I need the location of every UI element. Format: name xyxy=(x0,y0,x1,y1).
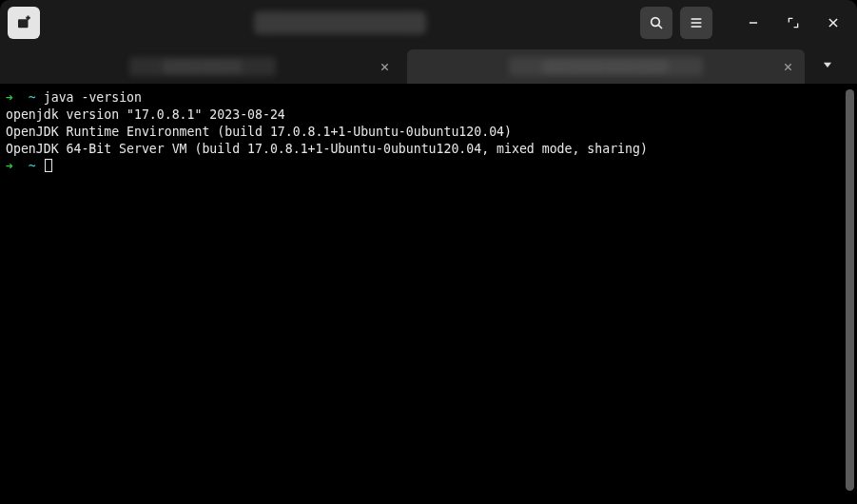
prompt-arrow: ➜ xyxy=(6,90,13,105)
minimize-button[interactable] xyxy=(737,7,769,39)
titlebar: ██████████████ xyxy=(0,0,857,46)
search-button[interactable] xyxy=(640,7,672,39)
scrollbar-thumb[interactable] xyxy=(846,89,854,491)
tab-2[interactable]: ████████████████ xyxy=(407,49,805,84)
menu-button[interactable] xyxy=(680,7,712,39)
tab-2-close[interactable] xyxy=(778,57,797,76)
new-tab-button[interactable] xyxy=(8,7,40,39)
terminal-viewport[interactable]: ➜ ~ java -version openjdk version "17.0.… xyxy=(0,84,857,504)
maximize-icon xyxy=(787,16,800,29)
tabbar: ██████████ ████████████████ xyxy=(0,46,857,84)
close-icon xyxy=(783,62,793,72)
close-icon xyxy=(380,62,390,72)
hamburger-icon xyxy=(689,15,704,30)
chevron-down-icon xyxy=(821,58,834,71)
tab-1-label: ██████████ xyxy=(129,57,276,76)
prompt-arrow: ➜ xyxy=(6,159,13,173)
prompt-dir: ~ xyxy=(29,159,36,173)
search-icon xyxy=(649,15,664,30)
tab-2-label: ████████████████ xyxy=(509,57,703,76)
svg-marker-15 xyxy=(824,63,831,68)
close-button[interactable] xyxy=(817,7,849,39)
scrollbar[interactable] xyxy=(846,89,854,491)
terminal-content: ➜ ~ java -version openjdk version "17.0.… xyxy=(6,89,857,175)
tab-dropdown-button[interactable] xyxy=(810,46,845,84)
tab-1-close[interactable] xyxy=(375,57,394,76)
command-text: java -version xyxy=(44,90,142,105)
svg-rect-0 xyxy=(18,19,29,28)
output-line: OpenJDK Runtime Environment (build 17.0.… xyxy=(6,125,512,139)
new-tab-icon xyxy=(15,14,32,31)
svg-point-3 xyxy=(652,18,660,27)
window-title: ██████████████ xyxy=(254,11,425,34)
prompt-dir: ~ xyxy=(29,90,36,105)
output-line: openjdk version "17.0.8.1" 2023-08-24 xyxy=(6,107,285,122)
close-icon xyxy=(827,16,840,29)
maximize-button[interactable] xyxy=(777,7,809,39)
svg-line-4 xyxy=(658,25,662,29)
cursor xyxy=(45,159,52,172)
minimize-icon xyxy=(747,16,760,29)
tab-1[interactable]: ██████████ xyxy=(4,49,401,84)
terminal-window: ██████████████ xyxy=(0,0,857,504)
output-line: OpenJDK 64-Bit Server VM (build 17.0.8.1… xyxy=(6,142,648,156)
